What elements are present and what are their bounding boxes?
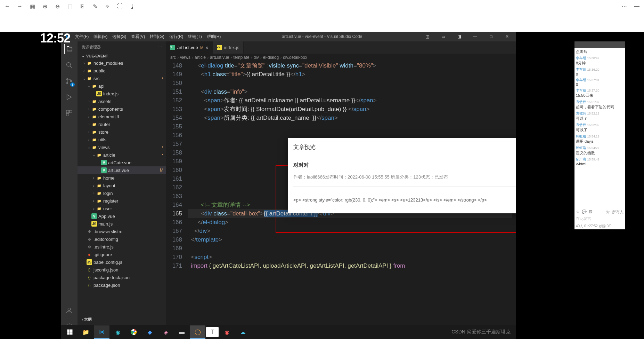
folder-item[interactable]: ›📁node_modules [78, 59, 166, 67]
minimize-icon[interactable]: — [634, 3, 640, 9]
file-item[interactable]: ⚙.browserslistrc [78, 228, 166, 235]
file-explorer-icon[interactable]: 📁 [78, 325, 93, 339]
file-item[interactable]: VartCate.vue [78, 159, 166, 166]
breadcrumb-item[interactable]: views [180, 55, 190, 60]
breadcrumb-item[interactable]: div [253, 55, 259, 60]
menu-item[interactable]: 终端(T) [186, 34, 204, 39]
search-icon[interactable] [64, 60, 74, 70]
breadcrumb-item[interactable]: artList.vue [210, 55, 229, 60]
folder-item[interactable]: ⌄📁views• [78, 143, 166, 151]
menu-item[interactable]: 选择(S) [110, 34, 129, 39]
folder-item[interactable]: ›📁home [78, 174, 166, 182]
folder-item[interactable]: ›📁router [78, 120, 166, 128]
menu-item[interactable]: 编辑(E) [91, 34, 110, 39]
edit-icon[interactable]: ✎ [92, 3, 98, 9]
more-icon[interactable]: ⋯ [621, 3, 627, 9]
chat-tab-all[interactable]: 所有人 [612, 210, 623, 215]
menu-item[interactable]: 文件(F) [73, 34, 91, 39]
folder-item[interactable]: ›📁assets [78, 97, 166, 105]
close-tab-icon[interactable]: × [205, 45, 208, 50]
breadcrumb-item[interactable]: div.detail-box [283, 55, 307, 60]
breadcrumb-item[interactable]: template [233, 55, 249, 60]
folder-item[interactable]: ›📁utils [78, 136, 166, 143]
folder-item[interactable]: ⌄📁article• [78, 151, 166, 159]
chat-header[interactable] [574, 41, 625, 48]
file-item[interactable]: {}package-lock.json [78, 274, 166, 281]
file-item[interactable]: VApp.vue [78, 212, 166, 220]
window-close-icon[interactable]: ✕ [501, 32, 513, 41]
project-title[interactable]: ⌄VUE-EVENT [78, 53, 166, 59]
folder-item[interactable]: ›📁store [78, 128, 166, 136]
chrome-icon[interactable] [126, 325, 141, 339]
menu-item[interactable]: 转到(G) [147, 34, 166, 39]
debug-icon[interactable] [64, 92, 74, 102]
edge-icon[interactable]: ◉ [110, 325, 125, 339]
code-editor[interactable]: 1481491501511521531541551561571581591601… [166, 61, 516, 331]
editor-tab[interactable]: JSindex.js [213, 41, 244, 54]
chat-icon[interactable]: 💬 [582, 210, 587, 215]
vscode-taskbar-icon[interactable]: ⋈ [94, 325, 109, 339]
start-button[interactable] [62, 325, 78, 339]
menu-item[interactable]: 帮助(H) [204, 34, 223, 39]
back-icon[interactable]: ← [4, 3, 10, 9]
emoji-icon[interactable]: ☺ [576, 210, 580, 215]
file-item[interactable]: ⚙.editorconfig [78, 235, 166, 243]
cloud-app-icon[interactable]: ☁ [235, 325, 251, 339]
fullscreen-icon[interactable]: ⛶ [117, 3, 123, 9]
file-item[interactable]: ⚙.eslintrc.js [78, 243, 166, 251]
breadcrumb[interactable]: src›views›article›artList.vue›template›d… [166, 54, 516, 61]
folder-item[interactable]: ›📁user [78, 205, 166, 212]
extensions-icon[interactable] [64, 108, 74, 118]
breadcrumb-item[interactable]: src [170, 55, 176, 60]
folder-item[interactable]: ›📁login [78, 189, 166, 197]
explorer-more-icon[interactable]: ⋯ [158, 45, 162, 49]
window-maximize-icon[interactable]: □ [485, 32, 497, 41]
zoom-in-icon[interactable]: ⊕ [42, 3, 48, 9]
file-item[interactable]: JSbabel.config.js [78, 258, 166, 266]
window-minimize-icon[interactable]: — [469, 32, 481, 41]
chat-messages[interactable]: 点击后 李车组 15:30:428分钟李车组 15:36:200李车组 15:3… [574, 48, 625, 208]
firefox-icon[interactable]: ◉ [219, 325, 235, 339]
app-pastel-icon[interactable]: ◈ [158, 325, 173, 339]
file-item[interactable]: VartList.vueM [78, 166, 166, 174]
breadcrumb-item[interactable]: article [195, 55, 206, 60]
folder-item[interactable]: ›📁layout [78, 182, 166, 189]
forward-icon[interactable]: → [17, 3, 23, 9]
folder-item[interactable]: ›📁register [78, 197, 166, 205]
outline-section[interactable]: › 大纲 [78, 315, 166, 323]
image-icon[interactable]: 🖼 [589, 210, 593, 215]
chat-input[interactable]: 在此发言 [576, 216, 623, 221]
zoom-out-icon[interactable]: ⊖ [54, 3, 60, 9]
explorer-icon[interactable] [64, 44, 74, 54]
panel-toggle-icon[interactable]: ▭ [437, 32, 449, 41]
menu-item[interactable]: 查看(V) [129, 34, 147, 39]
file-item[interactable]: ◆.gitignore [78, 251, 166, 258]
source-control-icon[interactable] [64, 76, 74, 86]
breadcrumb-item[interactable]: el-dialog [263, 55, 279, 60]
terminal-icon[interactable]: ▬ [174, 325, 189, 339]
file-item[interactable]: {}package.json [78, 281, 166, 289]
folder-item[interactable]: ›📁components [78, 105, 166, 113]
folder-item[interactable]: ›📁public [78, 67, 166, 74]
file-item[interactable]: JSmain.js [78, 220, 166, 228]
account-icon[interactable] [64, 306, 74, 315]
editor-tab[interactable]: VartList.vueM× [166, 41, 213, 54]
apps-icon[interactable]: ▦ [29, 3, 35, 9]
layout-icon[interactable]: ◫ [67, 3, 73, 9]
app-orange-icon[interactable]: ◯ [190, 325, 205, 339]
folder-item[interactable]: ›📁elementUI [78, 113, 166, 120]
copy-icon[interactable]: ⎘ [79, 3, 85, 9]
file-item[interactable]: {}jsconfig.json [78, 266, 166, 274]
folder-item[interactable]: ⌄📁src• [78, 74, 166, 82]
folder-item[interactable]: ⌄📁api [78, 82, 166, 90]
sidebar-toggle-icon[interactable]: ◨ [453, 32, 465, 41]
chat-message: 袁敏伟 15:52:32可以了 [576, 123, 623, 133]
layout-toggle-icon[interactable]: ◫ [421, 32, 433, 41]
app-blue-icon[interactable]: ◆ [142, 325, 157, 339]
link-icon[interactable]: ⎆ [104, 3, 111, 9]
text-app-icon[interactable]: T [206, 327, 219, 337]
download-icon[interactable]: ⭳ [129, 3, 136, 9]
menu-item[interactable]: 运行(R) [167, 34, 186, 39]
chat-tab-pair[interactable]: 对 [606, 210, 610, 215]
file-item[interactable]: JSindex.js [78, 90, 166, 97]
